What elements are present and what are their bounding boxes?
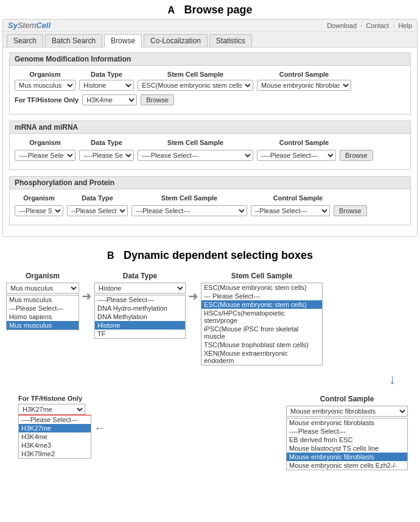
help-link[interactable]: Help <box>398 22 412 29</box>
diag-control-title: Control Sample <box>286 395 408 403</box>
genome-section: Genome Modification Information Organism… <box>9 52 411 115</box>
list-item[interactable]: ----Please Select--- <box>19 415 91 424</box>
part-a-header: A Browse page <box>0 0 420 19</box>
list-item-selected[interactable]: ESC(Mouse embryonic stem cells) <box>201 300 322 309</box>
genome-datatype-select[interactable]: Histone <box>79 80 134 91</box>
mrna-browse-button[interactable]: Browse <box>340 150 373 161</box>
list-item[interactable]: H3K4me <box>19 432 91 441</box>
phospho-browse-button[interactable]: Browse <box>334 205 367 216</box>
tab-batch-search[interactable]: Batch Search <box>45 34 102 47</box>
site-logo: SyStemCell <box>8 21 51 30</box>
contact-link[interactable]: Contact <box>366 22 389 29</box>
mrna-stemcell-select[interactable]: ----Please Select--- <box>138 150 253 161</box>
browser-body: Genome Modification Information Organism… <box>3 48 417 236</box>
genome-organism-select[interactable]: Mus musculus <box>15 80 75 91</box>
diagram-top-row: Organism Mus musculus Mus musculus ---Pl… <box>6 272 414 365</box>
list-item-selected[interactable]: Histone <box>95 321 185 330</box>
genome-section-body: Organism Mus musculus Data Type Histone … <box>10 66 410 114</box>
genome-datatype-label: Data Type <box>79 71 134 78</box>
part-b-title: Dynamic dependent selecting boxes <box>124 249 313 261</box>
diag-tfhistone-select[interactable]: H3K27me <box>18 404 85 415</box>
diagram-bottom-row: For TF/Histone Only H3K27me ----Please S… <box>6 395 414 470</box>
genome-organism-label: Organism <box>15 71 75 78</box>
logo-cell: Cell <box>36 21 51 30</box>
genome-tfhistone-label: For TF/Histone Only <box>15 96 79 104</box>
genome-stemcell-select[interactable]: ESC(Mouse embryonic stem cells) <box>138 80 253 91</box>
mrna-organism-label: Organism <box>15 139 75 146</box>
phospho-stemcell-label: Stem Cell Sample <box>131 194 247 202</box>
list-item[interactable]: --- Please Select--- <box>201 292 322 300</box>
genome-control-select[interactable]: Mouse embryonic fibroblasts <box>257 80 351 91</box>
diag-tfhistone-section: For TF/Histone Only H3K27me ----Please S… <box>18 395 106 459</box>
phospho-control-select[interactable]: --Please Select--- <box>251 205 330 216</box>
diag-control-list: Mouse embryonic fibroblasts ----Please S… <box>286 418 408 470</box>
list-item[interactable]: ----Please Select--- <box>95 295 185 304</box>
list-item[interactable]: ----Please Select--- <box>287 427 407 436</box>
mrna-section: mRNA and miRNA Organism Data Type Stem C… <box>9 121 411 170</box>
tab-search[interactable]: Search <box>7 34 43 47</box>
diag-stemcell-title: Stem Cell Sample <box>201 272 323 280</box>
diagram-area: Organism Mus musculus Mus musculus ---Pl… <box>0 268 420 474</box>
list-item-selected[interactable]: H3K27me <box>19 424 91 432</box>
nav-tabs: Search Batch Search Browse Co-Localizati… <box>3 32 417 48</box>
diag-datatype-box: Data Type Histone ----Please Select--- D… <box>94 272 186 339</box>
list-item[interactable]: Mus musculus <box>7 295 79 304</box>
phospho-selects-row: ---Please Select --Please Select--- ---P… <box>15 205 405 216</box>
list-item[interactable]: HSCs/HPCs(hematopoietic stem/proge <box>201 309 322 325</box>
tab-co-localization[interactable]: Co-Localization <box>144 34 208 47</box>
list-item[interactable]: Mouse blastocyst TS cells line <box>287 444 407 453</box>
arrow-down-1: ↓ <box>389 372 396 387</box>
diag-control-box: Control Sample Mouse embryonic fibroblas… <box>286 395 408 470</box>
phospho-organism-label: Organism <box>15 194 63 202</box>
tab-browse[interactable]: Browse <box>104 34 142 48</box>
arrow-right-1: ➜ <box>82 289 92 303</box>
diag-datatype-select[interactable]: Histone <box>94 283 186 294</box>
logo-stem: Stem <box>18 21 36 30</box>
list-item[interactable]: iPSC(Mouse iPSC from skeletal muscle <box>201 325 322 340</box>
genome-browse-button[interactable]: Browse <box>141 94 174 105</box>
download-link[interactable]: Download <box>327 22 357 29</box>
phospho-section: Phosphorylation and Protein Organism Dat… <box>9 176 411 225</box>
list-item-selected[interactable]: Mus musculus <box>7 321 79 330</box>
list-item[interactable]: Mouse embryonic stem cells Ezh2-/- <box>287 461 407 470</box>
list-item[interactable]: Mouse embryonic fibroblasts <box>287 418 407 427</box>
list-item[interactable]: TSC(Mouse trophoblast stem cells) <box>201 340 322 349</box>
mrna-datatype-select[interactable]: ----Please Select--- <box>79 150 134 161</box>
mrna-organism-select[interactable]: ----Please Select--- <box>15 150 75 161</box>
diag-organism-title: Organism <box>6 272 79 280</box>
list-item[interactable]: Homo sapiens <box>7 312 79 321</box>
browser-window: SyStemCell Download · Contact · Help Sea… <box>2 19 418 237</box>
list-item[interactable]: DNA Hydro-methylation <box>95 304 185 312</box>
phospho-organism-select[interactable]: ---Please Select <box>15 205 63 216</box>
list-item[interactable]: TF <box>95 330 185 338</box>
diag-organism-box: Organism Mus musculus Mus musculus ---Pl… <box>6 272 79 330</box>
list-item[interactable]: ---Please Select--- <box>7 304 79 312</box>
arrow-left-1: ← <box>94 421 106 435</box>
list-item-selected[interactable]: Mouse embryonic fibroblasts <box>287 453 407 461</box>
list-item[interactable]: H3K79me2 <box>19 450 91 458</box>
mrna-stemcell-label: Stem Cell Sample <box>138 139 253 146</box>
diag-organism-select[interactable]: Mus musculus <box>6 283 79 294</box>
diag-control-select[interactable]: Mouse embryonic fibroblasts <box>286 406 408 417</box>
genome-tfhistone-select[interactable]: H3K4me <box>82 94 137 105</box>
list-item[interactable]: XEN(Mouse extraembryonic endoderm <box>201 349 322 365</box>
part-b-header: B Dynamic dependent selecting boxes <box>0 241 420 268</box>
diag-organism-list: Mus musculus ---Please Select--- Homo sa… <box>6 295 79 330</box>
arrow-right-2: ➜ <box>188 289 198 303</box>
mrna-section-body: Organism Data Type Stem Cell Sample Cont… <box>10 134 410 169</box>
list-item[interactable]: ESC(Mouse embryonic stem cells) <box>201 283 322 292</box>
list-item[interactable]: H3K4me3 <box>19 441 91 450</box>
phospho-datatype-label: Data Type <box>67 194 128 202</box>
genome-tfhistone-row: For TF/Histone Only H3K4me Browse <box>15 94 405 105</box>
phospho-datatype-select[interactable]: --Please Select--- <box>67 205 128 216</box>
diag-tfhistone-list: ----Please Select--- H3K27me H3K4me H3K4… <box>18 415 91 459</box>
tab-statistics[interactable]: Statistics <box>209 34 252 47</box>
mrna-control-select[interactable]: ----Please Select--- <box>257 150 336 161</box>
phospho-headers-row: Organism Data Type Stem Cell Sample Cont… <box>15 194 405 202</box>
part-a-letter: A <box>168 5 175 15</box>
mrna-selects-row: ----Please Select--- ----Please Select--… <box>15 150 405 161</box>
list-item[interactable]: EB derived from ESC <box>287 436 407 444</box>
list-item[interactable]: DNA Methylation <box>95 312 185 321</box>
phospho-stemcell-select[interactable]: ---Please Select--- <box>131 205 247 216</box>
mrna-section-title: mRNA and miRNA <box>10 121 410 134</box>
